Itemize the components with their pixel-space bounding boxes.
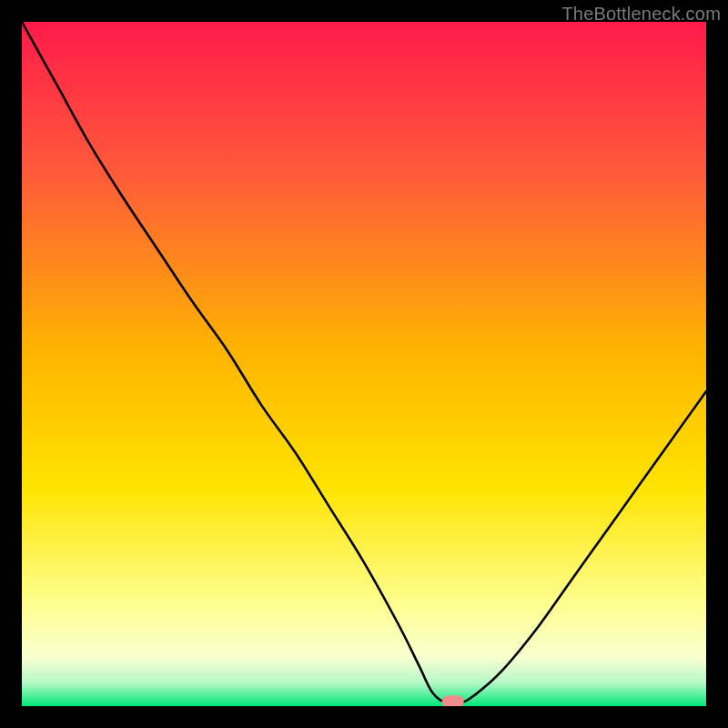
gradient-background — [22, 22, 706, 706]
optimal-marker — [442, 695, 464, 706]
bottleneck-chart — [22, 22, 706, 706]
watermark: TheBottleneck.com — [561, 4, 721, 25]
